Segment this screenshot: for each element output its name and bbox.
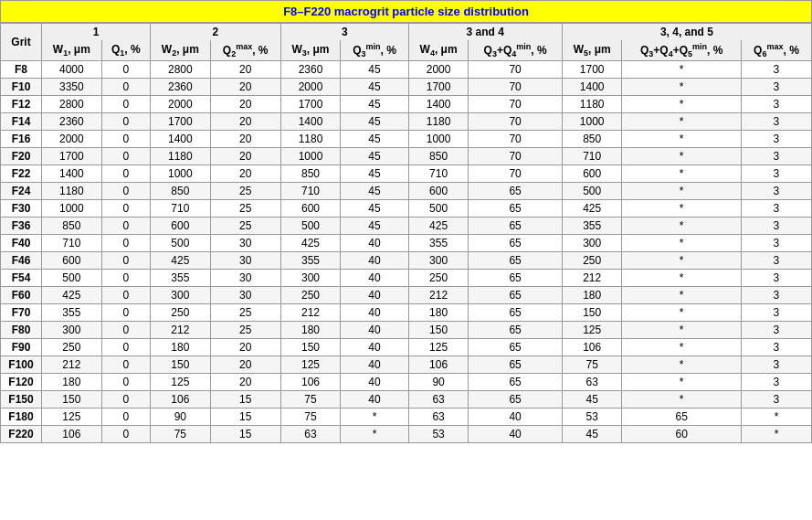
- data-cell: 20: [210, 96, 280, 113]
- data-cell: 600: [42, 252, 102, 270]
- data-cell: 3: [741, 165, 811, 183]
- data-cell: 15: [210, 426, 280, 443]
- table-row: F466000425303554030065250*3: [1, 252, 812, 270]
- data-cell: 45: [562, 426, 622, 443]
- data-cell: 250: [42, 339, 102, 356]
- data-cell: 1180: [42, 183, 102, 200]
- data-cell: 63: [280, 426, 341, 443]
- table-row: F1620000140020118045100070850*3: [1, 131, 812, 148]
- data-cell: *: [622, 165, 741, 183]
- data-cell: 150: [562, 304, 622, 322]
- data-cell: 65: [469, 200, 562, 218]
- data-cell: 65: [469, 374, 562, 391]
- data-cell: 75: [562, 356, 622, 374]
- data-cell: 600: [562, 165, 622, 183]
- data-cell: 250: [408, 270, 469, 287]
- table-row: F703550250252124018065150*3: [1, 304, 812, 322]
- data-cell: 355: [408, 235, 469, 252]
- data-cell: 150: [151, 356, 211, 374]
- data-cell: 500: [408, 200, 469, 218]
- data-cell: 1180: [280, 131, 341, 148]
- data-cell: 355: [280, 252, 341, 270]
- data-cell: 25: [210, 183, 280, 200]
- data-cell: 710: [408, 165, 469, 183]
- data-cell: 65: [469, 252, 562, 270]
- data-cell: 425: [408, 218, 469, 235]
- data-cell: *: [622, 96, 741, 113]
- data-cell: 106: [280, 374, 341, 391]
- data-cell: 30: [210, 287, 280, 304]
- data-cell: 53: [408, 426, 469, 443]
- data-cell: 65: [469, 391, 562, 409]
- data-cell: 45: [341, 79, 408, 96]
- data-cell: 45: [341, 183, 408, 200]
- data-cell: 2360: [151, 79, 211, 96]
- data-cell: 65: [469, 339, 562, 356]
- data-cell: 0: [101, 356, 150, 374]
- data-cell: 45: [341, 61, 408, 79]
- data-cell: 65: [469, 270, 562, 287]
- grit-cell: F14: [1, 113, 42, 131]
- data-cell: 45: [341, 96, 408, 113]
- data-cell: 125: [408, 339, 469, 356]
- data-cell: 45: [341, 131, 408, 148]
- data-cell: 425: [562, 200, 622, 218]
- data-cell: 0: [101, 235, 150, 252]
- data-cell: 30: [210, 252, 280, 270]
- data-cell: 20: [210, 131, 280, 148]
- data-cell: 3: [741, 287, 811, 304]
- data-cell: 65: [622, 409, 741, 426]
- data-cell: 65: [469, 304, 562, 322]
- data-cell: 3: [741, 252, 811, 270]
- data-cell: 1000: [280, 148, 341, 165]
- data-cell: *: [622, 391, 741, 409]
- data-cell: *: [622, 304, 741, 322]
- data-cell: 212: [408, 287, 469, 304]
- data-cell: 2360: [42, 113, 102, 131]
- table-row: F1801250901575*63405365*: [1, 409, 812, 426]
- data-cell: 1180: [408, 113, 469, 131]
- data-cell: 3: [741, 218, 811, 235]
- data-cell: 3: [741, 374, 811, 391]
- data-cell: 63: [562, 374, 622, 391]
- grit-cell: F22: [1, 165, 42, 183]
- data-cell: *: [622, 148, 741, 165]
- grit-cell: F70: [1, 304, 42, 322]
- data-cell: 106: [42, 426, 102, 443]
- data-cell: 25: [210, 322, 280, 339]
- data-cell: 125: [562, 322, 622, 339]
- data-cell: 106: [562, 339, 622, 356]
- data-cell: 40: [341, 356, 408, 374]
- data-cell: 60: [622, 426, 741, 443]
- data-cell: 3: [741, 356, 811, 374]
- col-header-w1: W1, μm: [42, 40, 102, 61]
- grit-cell: F20: [1, 148, 42, 165]
- data-cell: 150: [280, 339, 341, 356]
- data-cell: 3: [741, 391, 811, 409]
- data-cell: 0: [101, 79, 150, 96]
- data-cell: 70: [469, 131, 562, 148]
- page-title: F8–F220 macrogrit particle size distribu…: [283, 5, 529, 18]
- table-row: F201700011802010004585070710*3: [1, 148, 812, 165]
- table-row: F12280002000201700451400701180*3: [1, 96, 812, 113]
- data-cell: 0: [101, 61, 150, 79]
- data-table: Grit 1 2 3 3 and 4 3, 4, and 5 W1, μm Q1…: [0, 23, 812, 443]
- data-cell: 45: [341, 148, 408, 165]
- data-cell: 20: [210, 165, 280, 183]
- data-cell: 2800: [42, 96, 102, 113]
- data-cell: 40: [341, 252, 408, 270]
- data-cell: *: [341, 426, 408, 443]
- data-cell: 300: [280, 270, 341, 287]
- data-cell: *: [622, 270, 741, 287]
- data-cell: 850: [42, 218, 102, 235]
- table-row: F1501500106157540636545*3: [1, 391, 812, 409]
- data-cell: 0: [101, 270, 150, 287]
- data-cell: 75: [280, 391, 341, 409]
- data-cell: 1700: [151, 113, 211, 131]
- data-cell: 0: [101, 252, 150, 270]
- data-cell: 600: [408, 183, 469, 200]
- data-cell: 125: [280, 356, 341, 374]
- data-cell: 3: [741, 235, 811, 252]
- data-cell: 0: [101, 391, 150, 409]
- data-cell: 355: [562, 218, 622, 235]
